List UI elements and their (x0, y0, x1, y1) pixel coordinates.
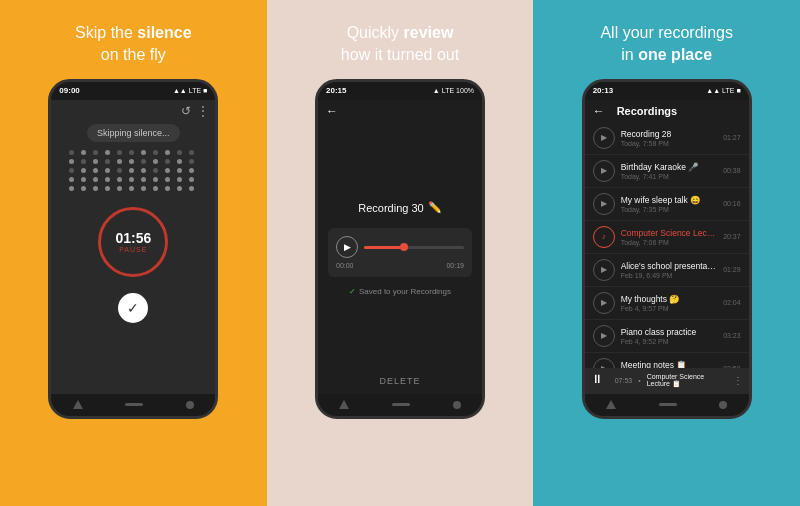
time-total: 00:19 (446, 262, 464, 269)
recording-duration-2: 00:16 (723, 200, 741, 207)
recording-name-7: Meeting notes 📋 (621, 360, 717, 368)
dot (153, 150, 158, 155)
edit-icon[interactable]: ✏️ (428, 201, 442, 214)
recording-info-1: Birthday Karaoke 🎤 Today, 7:41 PM (621, 162, 717, 180)
dot (129, 159, 134, 164)
checkmark-button[interactable]: ✓ (118, 293, 148, 323)
dot (81, 177, 86, 182)
dot (105, 159, 110, 164)
pause-button[interactable]: ⏸ (591, 372, 609, 390)
status-time-1: 09:00 (59, 86, 79, 95)
recording-duration-5: 02:04 (723, 299, 741, 306)
timer-circle[interactable]: 01:56 PAUSE (98, 207, 168, 277)
playback-time: 07:53 (615, 377, 633, 384)
dot (69, 150, 74, 155)
more-icon[interactable]: ⋮ (197, 104, 209, 118)
phone-3: 20:13 ▲▲ LTE ■ ← Recordings ▶ (582, 79, 752, 419)
dot (165, 159, 170, 164)
dot (129, 186, 134, 191)
delete-button[interactable]: DELETE (318, 376, 482, 386)
recording-item-5[interactable]: ▶ My thoughts 🤔 Feb 4, 9:57 PM 02:04 (585, 287, 749, 320)
home-nav-icon[interactable] (125, 403, 143, 406)
recording-name-3: Computer Science Lecture 📋 (621, 228, 717, 238)
dot (81, 150, 86, 155)
play-button[interactable]: ▶ (336, 236, 358, 258)
dot (129, 150, 134, 155)
back-nav-icon-3[interactable] (606, 400, 616, 409)
dot (69, 159, 74, 164)
recording-info-2: My wife sleep talk 😄 Today, 7:35 PM (621, 195, 717, 213)
recording-icon-5: ▶ (593, 292, 615, 314)
dot (189, 168, 194, 173)
status-icons-2: ▲ LTE 100% (433, 87, 474, 94)
dot (105, 168, 110, 173)
phone-1: 09:00 ▲▲ LTE ■ ↺ ⋮ Skipping silence... (48, 79, 218, 419)
recording-name-5: My thoughts 🤔 (621, 294, 717, 304)
recording-name-4: Alice's school presentation ❤️ (621, 261, 717, 271)
refresh-icon[interactable]: ↺ (181, 104, 191, 118)
phone-2-nav-bar (318, 394, 482, 416)
dot (117, 150, 122, 155)
recording-icon-4: ▶ (593, 259, 615, 281)
progress-thumb (400, 243, 408, 251)
recording-name-1: Birthday Karaoke 🎤 (621, 162, 717, 172)
dot (141, 168, 146, 173)
recordings-list: ▶ Recording 28 Today, 7:58 PM 01:27 ▶ Bi… (585, 122, 749, 368)
dot (141, 177, 146, 182)
recording-item-0[interactable]: ▶ Recording 28 Today, 7:58 PM 01:27 (585, 122, 749, 155)
recording-date-4: Feb 19, 6:49 PM (621, 272, 717, 279)
dot (189, 159, 194, 164)
dot (153, 177, 158, 182)
back-nav-icon-2[interactable] (339, 400, 349, 409)
dot (177, 168, 182, 173)
panel-1-bold: silence (137, 24, 191, 41)
recording-item-2[interactable]: ▶ My wife sleep talk 😄 Today, 7:35 PM 00… (585, 188, 749, 221)
home-nav-icon-2[interactable] (392, 403, 410, 406)
waveform-dots (63, 150, 203, 191)
recording-item-1[interactable]: ▶ Birthday Karaoke 🎤 Today, 7:41 PM 00:3… (585, 155, 749, 188)
dot (177, 150, 182, 155)
dot (117, 177, 122, 182)
recording-item-3[interactable]: ♪ Computer Science Lecture 📋 Today, 7:06… (585, 221, 749, 254)
recording-name-0: Recording 28 (621, 129, 717, 139)
progress-fill (364, 246, 404, 249)
dot (81, 186, 86, 191)
recording-item-6[interactable]: ▶ Piano class practice Feb 4, 9:52 PM 03… (585, 320, 749, 353)
recording-info-5: My thoughts 🤔 Feb 4, 9:57 PM (621, 294, 717, 312)
playback-separator: • (638, 377, 640, 384)
recents-nav-icon-3[interactable] (719, 401, 727, 409)
dot (69, 186, 74, 191)
recents-nav-icon-2[interactable] (453, 401, 461, 409)
recording-icon-1: ▶ (593, 160, 615, 182)
dot (93, 177, 98, 182)
dot (189, 186, 194, 191)
back-button-3[interactable]: ← (593, 104, 605, 118)
recording-item-4[interactable]: ▶ Alice's school presentation ❤️ Feb 19,… (585, 254, 749, 287)
home-nav-icon-3[interactable] (659, 403, 677, 406)
dot (177, 177, 182, 182)
recording-info-0: Recording 28 Today, 7:58 PM (621, 129, 717, 147)
dot (129, 168, 134, 173)
back-button-2[interactable]: ← (326, 104, 338, 118)
recording-item-7[interactable]: ▶ Meeting notes 📋 Feb 4, 9:49 PM 02:58 (585, 353, 749, 368)
dot (117, 168, 122, 173)
p1-main-area: ↺ ⋮ Skipping silence... (51, 100, 215, 394)
dot (165, 150, 170, 155)
dot (129, 177, 134, 182)
p2-recording-title: Recording 30 ✏️ (358, 201, 441, 214)
back-nav-icon[interactable] (73, 400, 83, 409)
recording-date-0: Today, 7:58 PM (621, 140, 717, 147)
more-options-icon[interactable]: ⋮ (733, 375, 743, 386)
dot (153, 159, 158, 164)
dot (153, 186, 158, 191)
progress-bar[interactable] (364, 246, 464, 249)
panel-skip-silence: Skip the silenceon the fly 09:00 ▲▲ LTE … (0, 0, 267, 506)
dot (105, 177, 110, 182)
recents-nav-icon[interactable] (186, 401, 194, 409)
recording-duration-3: 20:37 (723, 233, 741, 240)
recording-icon-6: ▶ (593, 325, 615, 347)
p3-playback-bar[interactable]: ⏸ 07:53 • Computer Science Lecture 📋 ⋮ (585, 368, 749, 394)
dot (93, 186, 98, 191)
recording-name-2: My wife sleep talk 😄 (621, 195, 717, 205)
status-icons-3: ▲▲ LTE ■ (706, 87, 740, 94)
